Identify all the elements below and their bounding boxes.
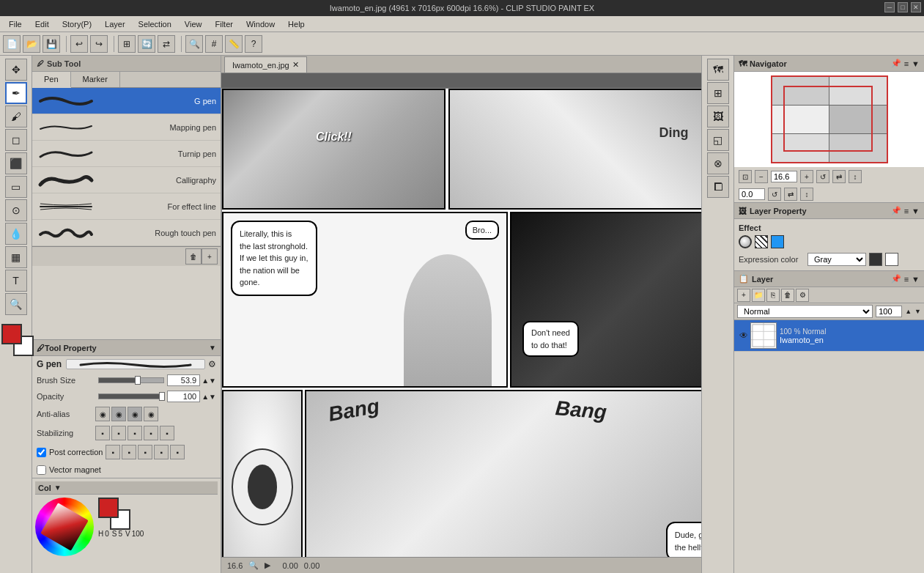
duplicate-layer-btn[interactable]: ⎘ <box>766 289 780 302</box>
effect-pattern-btn[interactable] <box>755 235 768 248</box>
ruler-button[interactable]: 📏 <box>225 35 243 53</box>
nav-angle-reset[interactable]: ↺ <box>768 188 781 201</box>
zoom-fit-btn[interactable]: ▶ <box>265 561 270 570</box>
fill-tool[interactable]: ⬛ <box>5 152 27 174</box>
pen-item-gpen[interactable]: G pen <box>32 88 221 114</box>
layer-settings-btn[interactable]: ⚙ <box>796 289 809 302</box>
minimize-button[interactable]: ─ <box>884 2 895 12</box>
layer-menu-btn[interactable]: ≡ <box>904 275 909 284</box>
layer-collapse-btn[interactable]: ▼ <box>912 275 920 284</box>
nav-angle-input[interactable] <box>739 188 765 200</box>
rt-tool4[interactable]: ◱ <box>707 129 729 151</box>
pen-delete-button[interactable]: 🗑 <box>185 248 202 265</box>
effect-circle-btn[interactable] <box>739 235 752 248</box>
select-tool[interactable]: ▭ <box>5 176 27 198</box>
opacity-down[interactable]: ▼ <box>209 393 216 401</box>
eraser-tool[interactable]: ◻ <box>5 129 27 151</box>
stab-1[interactable]: ▪ <box>95 426 110 440</box>
pen-item-turnip[interactable]: Turnip pen <box>32 141 221 167</box>
menu-item-layer[interactable]: Layer <box>99 18 131 30</box>
opacity-up[interactable]: ▲ <box>202 393 209 401</box>
lp-menu-btn[interactable]: ≡ <box>904 207 909 215</box>
nav-pin-btn[interactable]: 📌 <box>891 59 901 68</box>
opacity-down-btn[interactable]: ▼ <box>914 308 921 315</box>
pen-item-rough[interactable]: Rough touch pen <box>32 220 221 246</box>
nav-zoom-in-btn[interactable]: + <box>800 170 813 183</box>
brush-size-slider[interactable] <box>98 377 164 383</box>
redo-button[interactable]: ↪ <box>90 35 108 53</box>
brush-size-down[interactable]: ▼ <box>209 377 216 385</box>
flip-button[interactable]: ⇄ <box>158 35 175 53</box>
effect-color-btn[interactable] <box>771 235 784 248</box>
rt-tool5[interactable]: ⊗ <box>707 152 729 174</box>
anti-alias-mid[interactable]: ◉ <box>127 407 142 421</box>
anti-alias-none[interactable]: ◉ <box>95 407 110 421</box>
tool-property-expand[interactable]: ▼ <box>209 344 216 352</box>
nav-flip-btn[interactable]: ⇄ <box>832 170 846 183</box>
pc-3[interactable]: ▪ <box>138 445 152 459</box>
nav-zoom-input[interactable] <box>771 171 797 182</box>
menu-item-help[interactable]: Help <box>282 18 311 30</box>
menu-item-filter[interactable]: Filter <box>210 18 239 30</box>
opacity-handle[interactable] <box>159 392 165 401</box>
nav-fit-btn[interactable]: ⊡ <box>739 170 752 183</box>
nav-collapse-btn[interactable]: ▼ <box>912 59 920 68</box>
layer-visibility-0[interactable]: 👁 <box>737 329 750 342</box>
color-wheel[interactable] <box>35 498 94 556</box>
stab-5[interactable]: ▪ <box>160 426 174 440</box>
save-button[interactable]: 💾 <box>42 35 60 53</box>
pc-2[interactable]: ▪ <box>122 445 136 459</box>
pen-item-calligraphy[interactable]: Calligraphy <box>32 167 221 193</box>
pc-1[interactable]: ▪ <box>106 445 120 459</box>
opacity-value[interactable]: 100 <box>167 391 200 402</box>
pen-add-button[interactable]: + <box>202 248 218 265</box>
opacity-up-btn[interactable]: ▲ <box>905 308 912 315</box>
rt-tool1[interactable]: 🗺 <box>707 59 729 81</box>
sat-input[interactable]: 5 <box>118 530 122 538</box>
canvas-tab[interactable]: Iwamoto_en.jpg ✕ <box>224 56 307 73</box>
vector-magnet-checkbox[interactable] <box>37 465 46 475</box>
text-tool[interactable]: T <box>5 270 27 292</box>
zoom-in-button[interactable]: 🔍 <box>185 35 203 53</box>
stab-2[interactable]: ▪ <box>111 426 126 440</box>
canvas-content[interactable]: Click!! Ding Literally, this isthe last … <box>221 73 701 557</box>
new-button[interactable]: 📄 <box>3 35 21 53</box>
nav-rotate-btn[interactable]: ↺ <box>816 170 829 183</box>
pen-item-effect[interactable]: For effect line <box>32 193 221 220</box>
brush-size-value[interactable]: 53.9 <box>167 374 200 386</box>
nav-flip-h[interactable]: ⇄ <box>784 188 797 201</box>
menu-item-edit[interactable]: Edit <box>29 18 55 30</box>
canvas-tab-close[interactable]: ✕ <box>292 60 299 70</box>
stab-4[interactable]: ▪ <box>144 426 158 440</box>
post-correction-checkbox[interactable] <box>37 448 46 457</box>
nav-zoom-out-btn[interactable]: − <box>755 170 768 183</box>
layer-opacity-input[interactable] <box>876 306 902 317</box>
val-input[interactable]: 100 <box>132 530 144 538</box>
move-tool[interactable]: ✥ <box>5 59 27 81</box>
close-button[interactable]: ✕ <box>911 2 921 12</box>
rt-tool2[interactable]: ⊞ <box>707 82 729 104</box>
menu-item-storyp[interactable]: Story(P) <box>56 18 97 30</box>
color-expand[interactable]: ▼ <box>54 484 62 492</box>
nav-flip-v[interactable]: ↕ <box>800 188 813 201</box>
blend-mode-select[interactable]: Normal Multiply Screen <box>737 305 873 318</box>
tab-pen[interactable]: Pen <box>32 72 71 88</box>
hue-input[interactable]: 0 <box>105 530 109 538</box>
add-folder-btn[interactable]: 📁 <box>752 289 765 302</box>
zoom-tool[interactable]: 🔍 <box>5 293 27 315</box>
layer-item-0[interactable]: 👁 100 % Normal Iwamoto_en <box>734 320 924 352</box>
lp-collapse-btn[interactable]: ▼ <box>912 207 920 215</box>
eyedrop-tool[interactable]: 💧 <box>5 223 27 245</box>
color-wheel-container[interactable] <box>35 498 94 556</box>
opacity-slider[interactable] <box>98 393 164 399</box>
brush-size-handle[interactable] <box>135 376 141 385</box>
expression-color-select[interactable]: Gray Color Monochrome <box>807 253 866 266</box>
layer-pin-btn[interactable]: 📌 <box>891 274 901 284</box>
zoom-icon[interactable]: 🔍 <box>248 561 259 570</box>
delete-layer-btn[interactable]: 🗑 <box>781 289 794 302</box>
rt-tool6[interactable]: ⧠ <box>707 176 729 198</box>
lasso-tool[interactable]: ⊙ <box>5 199 27 221</box>
add-layer-btn[interactable]: + <box>737 289 750 302</box>
nav-preview[interactable] <box>734 72 924 167</box>
gradient-tool[interactable]: ▦ <box>5 246 27 268</box>
